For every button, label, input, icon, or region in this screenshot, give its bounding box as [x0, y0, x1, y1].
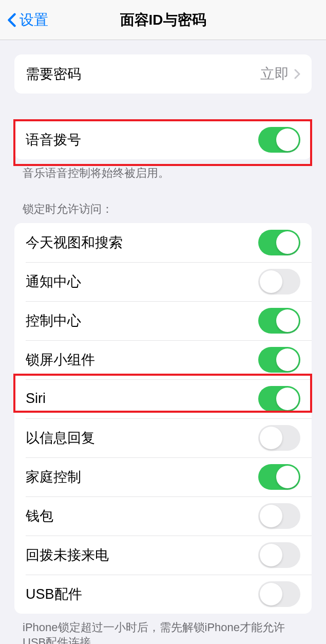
lock-access-item[interactable]: 锁屏小组件: [14, 340, 312, 379]
lock-access-item-label: 回拨未接来电: [26, 546, 258, 564]
lock-access-footer: iPhone锁定超过一小时后，需先解锁iPhone才能允许USB配件连接。: [0, 614, 326, 644]
lock-access-item-toggle[interactable]: [258, 581, 300, 607]
lock-access-header: 锁定时允许访问：: [0, 201, 326, 223]
lock-access-list: 今天视图和搜索通知中心控制中心锁屏小组件Siri以信息回复家庭控制钱包回拨未接来…: [14, 223, 312, 614]
back-label: 设置: [20, 10, 48, 30]
chevron-left-icon: [7, 13, 16, 27]
lock-access-item-toggle[interactable]: [258, 425, 300, 451]
lock-access-item[interactable]: Siri: [14, 379, 312, 418]
lock-access-item-label: 通知中心: [26, 272, 258, 291]
lock-access-item-toggle[interactable]: [258, 269, 300, 295]
lock-access-item-label: 控制中心: [26, 311, 258, 330]
chevron-right-icon: [294, 69, 300, 79]
lock-access-item-toggle[interactable]: [258, 308, 300, 334]
lock-access-item-toggle[interactable]: [258, 230, 300, 255]
lock-access-item-label: USB配件: [26, 585, 258, 603]
lock-access-item-label: 家庭控制: [26, 468, 258, 486]
lock-access-item-toggle[interactable]: [258, 542, 300, 568]
lock-access-item-label: 钱包: [26, 507, 258, 525]
back-button[interactable]: 设置: [0, 10, 48, 30]
lock-access-item[interactable]: USB配件: [14, 575, 312, 614]
require-passcode-row[interactable]: 需要密码 立即: [14, 54, 312, 94]
lock-access-item[interactable]: 今天视图和搜索: [14, 223, 312, 262]
lock-access-item-toggle[interactable]: [258, 464, 300, 490]
lock-access-item[interactable]: 以信息回复: [14, 418, 312, 457]
voice-dial-footer: 音乐语音控制将始终被启用。: [0, 159, 326, 181]
voice-dial-row[interactable]: 语音拨号: [14, 120, 312, 159]
lock-access-item-label: Siri: [26, 391, 258, 407]
lock-access-item-toggle[interactable]: [258, 503, 300, 529]
lock-access-item-label: 以信息回复: [26, 429, 258, 447]
lock-access-item-label: 今天视图和搜索: [26, 233, 258, 252]
lock-access-item[interactable]: 控制中心: [14, 301, 312, 340]
lock-access-item-label: 锁屏小组件: [26, 351, 258, 369]
lock-access-item[interactable]: 钱包: [14, 496, 312, 536]
lock-access-item-toggle[interactable]: [258, 347, 300, 373]
lock-access-item[interactable]: 家庭控制: [14, 457, 312, 496]
lock-access-item[interactable]: 通知中心: [14, 262, 312, 301]
lock-access-item-toggle[interactable]: [258, 386, 300, 412]
require-passcode-label: 需要密码: [26, 65, 260, 83]
page-title: 面容ID与密码: [120, 10, 206, 30]
voice-dial-toggle[interactable]: [258, 127, 300, 153]
voice-dial-label: 语音拨号: [26, 131, 258, 149]
navigation-header: 设置 面容ID与密码: [0, 0, 326, 40]
lock-access-item[interactable]: 回拨未接来电: [14, 536, 312, 575]
require-passcode-value: 立即: [260, 64, 289, 84]
